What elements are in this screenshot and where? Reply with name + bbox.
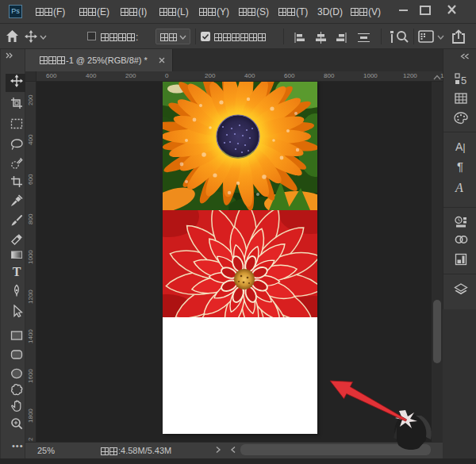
svg-text:5: 5 bbox=[461, 75, 466, 86]
